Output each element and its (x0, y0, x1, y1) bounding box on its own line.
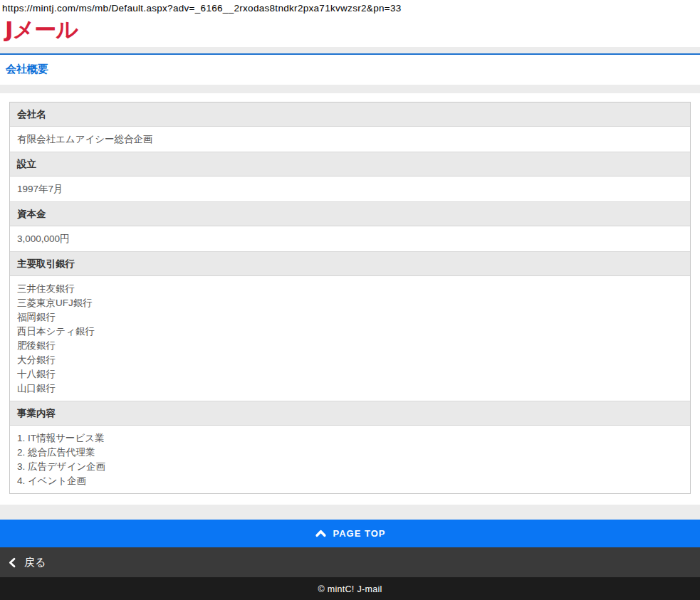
company-table: 会社名有限会社エムアイシー総合企画設立1997年7月資本金3,000,000円主… (9, 102, 691, 494)
chevron-left-icon (7, 557, 18, 569)
back-label: 戻る (24, 556, 46, 569)
section-divider-top (0, 85, 700, 93)
table-value-line: 山口銀行 (17, 381, 683, 396)
table-row-value: 3,000,000円 (10, 226, 690, 252)
page-url: https://mintj.com/ms/mb/Default.aspx?adv… (0, 0, 700, 15)
table-row-header: 主要取引銀行 (10, 252, 690, 276)
table-value-line: 大分銀行 (17, 353, 683, 367)
table-value-line: 3,000,000円 (17, 232, 683, 246)
table-row-value: 三井住友銀行三菱東京UFJ銀行福岡銀行西日本シティ銀行肥後銀行大分銀行十八銀行山… (10, 276, 690, 401)
table-row-value: 有限会社エムアイシー総合企画 (10, 127, 690, 152)
section-divider-bottom (0, 505, 700, 520)
page-top-button[interactable]: PAGE TOP (0, 520, 700, 547)
table-row-value: 1. IT情報サービス業2. 総合広告代理業3. 広告デザイン企画4. イベント… (10, 426, 690, 493)
table-value-line: 2. 総合広告代理業 (17, 446, 683, 460)
chevron-up-icon (315, 527, 327, 540)
site-footer: © mintC! J-mail (0, 577, 700, 600)
gap (0, 494, 700, 505)
table-value-line: 1. IT情報サービス業 (17, 431, 683, 446)
table-value-line: 有限会社エムアイシー総合企画 (17, 132, 683, 147)
table-row-header: 資本金 (10, 202, 690, 226)
company-overview-section: 会社名有限会社エムアイシー総合企画設立1997年7月資本金3,000,000円主… (0, 102, 700, 494)
table-row-header: 会社名 (10, 102, 690, 127)
table-value-line: 西日本シティ銀行 (17, 325, 683, 339)
table-value-line: 3. 広告デザイン企画 (17, 460, 683, 474)
gap (0, 93, 700, 102)
site-header: Jメール (0, 15, 700, 55)
copyright-text: © mintC! J-mail (318, 584, 382, 594)
table-value-line: 肥後銀行 (17, 339, 683, 353)
table-value-line: 三菱東京UFJ銀行 (17, 296, 683, 310)
table-row-header: 事業内容 (10, 401, 690, 426)
table-row-value: 1997年7月 (10, 177, 690, 202)
table-value-line: 三井住友銀行 (17, 282, 683, 296)
table-value-line: 十八銀行 (17, 367, 683, 381)
jmail-logo[interactable]: Jメール (5, 17, 78, 41)
header-divider (0, 47, 700, 55)
table-value-line: 福岡銀行 (17, 310, 683, 325)
page-title: 会社概要 (6, 63, 48, 75)
table-row-header: 設立 (10, 152, 690, 177)
back-button[interactable]: 戻る (0, 547, 700, 577)
table-value-line: 1997年7月 (17, 182, 683, 196)
page-top-label: PAGE TOP (333, 528, 386, 539)
table-value-line: 4. イベント企画 (17, 474, 683, 488)
page-title-bar: 会社概要 (0, 55, 700, 85)
